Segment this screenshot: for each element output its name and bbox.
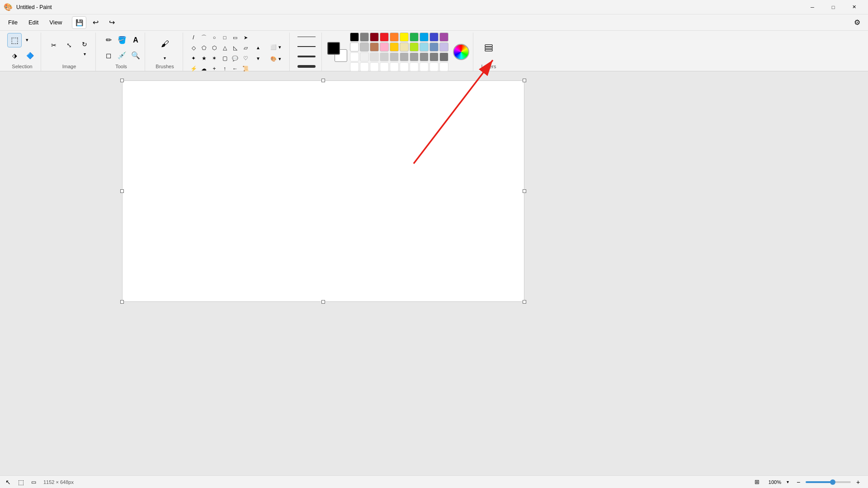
swatch-e8[interactable] xyxy=(420,62,429,71)
swatch-e3[interactable] xyxy=(370,62,379,71)
swatch-e6[interactable] xyxy=(400,62,409,71)
swatch-e5[interactable] xyxy=(390,62,399,71)
swatch-orange[interactable] xyxy=(390,33,399,42)
selection-fill-button[interactable]: 🔷 xyxy=(23,48,37,63)
shape-rect[interactable]: □ xyxy=(220,33,230,42)
swatch-black[interactable] xyxy=(350,33,359,42)
swatch-lime[interactable] xyxy=(410,42,419,52)
shape-5star[interactable]: ★ xyxy=(199,53,209,63)
swatch-w10[interactable] xyxy=(439,52,448,61)
zoom-tool[interactable]: 🔍 xyxy=(128,48,143,63)
swatch-w9[interactable] xyxy=(429,52,439,61)
redo-button[interactable]: ↪ xyxy=(104,16,119,29)
swatch-w1[interactable] xyxy=(350,52,359,61)
swatch-lavender[interactable] xyxy=(439,42,448,52)
swatch-white[interactable] xyxy=(350,42,359,52)
shape-parallelogram[interactable]: ▱ xyxy=(241,43,250,53)
handle-bottom-center[interactable] xyxy=(321,300,325,304)
selection-rect-button[interactable]: ⬚ xyxy=(7,33,22,47)
shape-heart[interactable]: ♡ xyxy=(241,53,250,63)
swatch-indigo[interactable] xyxy=(429,33,439,42)
undo-button[interactable]: ↩ xyxy=(88,16,103,29)
zoom-slider-thumb[interactable] xyxy=(830,479,835,485)
fill-shape-button[interactable]: 🎨 ▾ xyxy=(266,54,286,65)
selection-options-button[interactable]: ▾ xyxy=(23,33,32,47)
brush-main-button[interactable]: 🖌 xyxy=(155,34,175,54)
menu-edit[interactable]: Edit xyxy=(24,17,43,28)
handle-top-right[interactable] xyxy=(523,79,526,82)
zoom-slider[interactable] xyxy=(806,481,851,483)
crop-button[interactable]: ✂ xyxy=(47,38,61,52)
settings-button[interactable]: ⚙ xyxy=(850,16,864,29)
swatch-e1[interactable] xyxy=(350,62,359,71)
menu-view[interactable]: View xyxy=(45,17,66,28)
swatch-w6[interactable] xyxy=(400,52,409,61)
swatch-yellow[interactable] xyxy=(400,33,409,42)
swatch-green[interactable] xyxy=(410,33,419,42)
shape-pentagon[interactable]: ⬠ xyxy=(199,43,209,53)
minimize-button[interactable]: ─ xyxy=(802,0,823,14)
shape-oval[interactable]: ○ xyxy=(209,33,219,42)
shape-line[interactable]: / xyxy=(189,33,198,42)
color-picker-tool[interactable]: 💉 xyxy=(115,48,129,63)
shape-diamond[interactable]: ◇ xyxy=(189,43,198,53)
swatch-red[interactable] xyxy=(380,33,389,42)
fit-view-button[interactable]: ⊞ xyxy=(752,478,761,487)
layers-button[interactable] xyxy=(480,38,498,58)
swatch-lightgray[interactable] xyxy=(360,42,369,52)
shape-arrow-right[interactable]: ➤ xyxy=(241,33,250,42)
shape-rtriangle[interactable]: ◺ xyxy=(230,43,240,53)
swatch-blue[interactable] xyxy=(420,33,429,42)
zoom-out-button[interactable]: − xyxy=(794,478,803,487)
swatch-brown[interactable] xyxy=(370,42,379,52)
swatch-e9[interactable] xyxy=(429,62,439,71)
shape-6star[interactable]: ✶ xyxy=(209,53,219,63)
swatch-w3[interactable] xyxy=(370,52,379,61)
pencil-button[interactable]: ✏ xyxy=(101,33,116,47)
color-fg-swatch[interactable] xyxy=(327,42,340,55)
eraser-button[interactable]: ◻ xyxy=(101,48,116,63)
swatch-w2[interactable] xyxy=(360,52,369,61)
swatch-e10[interactable] xyxy=(439,62,448,71)
brush-dropdown[interactable]: ▾ xyxy=(155,55,175,61)
save-button[interactable]: 💾 xyxy=(72,16,86,29)
swatch-gray[interactable] xyxy=(360,33,369,42)
swatch-purple[interactable] xyxy=(439,33,448,42)
size-line-4[interactable] xyxy=(295,62,318,70)
zoom-dropdown-button[interactable]: ▾ xyxy=(784,477,791,487)
swatch-e2[interactable] xyxy=(360,62,369,71)
swatch-darkred[interactable] xyxy=(370,33,379,42)
size-line-3[interactable] xyxy=(295,52,318,61)
swatch-cream[interactable] xyxy=(400,42,409,52)
size-line-2[interactable] xyxy=(295,42,318,51)
swatch-e7[interactable] xyxy=(410,62,419,71)
zoom-in-button[interactable]: + xyxy=(854,478,863,487)
swatch-gold[interactable] xyxy=(390,42,399,52)
handle-top-center[interactable] xyxy=(321,79,325,82)
shape-rounded-rect[interactable]: ▢ xyxy=(220,53,230,63)
swatch-pink[interactable] xyxy=(380,42,389,52)
fill-button[interactable]: 🪣 xyxy=(115,33,129,47)
handle-middle-right[interactable] xyxy=(523,189,526,193)
rotate-dropdown[interactable]: ▾ xyxy=(77,51,92,58)
color-picker-wheel[interactable] xyxy=(453,44,469,60)
handle-bottom-right[interactable] xyxy=(523,300,526,304)
shapes-scroll-up[interactable]: ▲ xyxy=(253,43,263,53)
shape-4star[interactable]: ✦ xyxy=(189,53,198,63)
resize-button[interactable]: ⤡ xyxy=(62,38,76,52)
swatch-w8[interactable] xyxy=(420,52,429,61)
swatch-w4[interactable] xyxy=(380,52,389,61)
menu-file[interactable]: File xyxy=(4,17,22,28)
shape-curve[interactable]: ⌒ xyxy=(199,33,209,42)
maximize-button[interactable]: □ xyxy=(823,0,844,14)
swatch-skyblue[interactable] xyxy=(420,42,429,52)
handle-bottom-left[interactable] xyxy=(120,300,124,304)
close-button[interactable]: ✕ xyxy=(844,0,864,14)
swatch-e4[interactable] xyxy=(380,62,389,71)
swatch-w7[interactable] xyxy=(410,52,419,61)
rotate-button[interactable]: ↻ xyxy=(77,38,92,51)
handle-top-left[interactable] xyxy=(120,79,124,82)
size-line-container[interactable] xyxy=(295,33,318,41)
swatch-steelblue[interactable] xyxy=(429,42,439,52)
handle-middle-left[interactable] xyxy=(120,189,124,193)
